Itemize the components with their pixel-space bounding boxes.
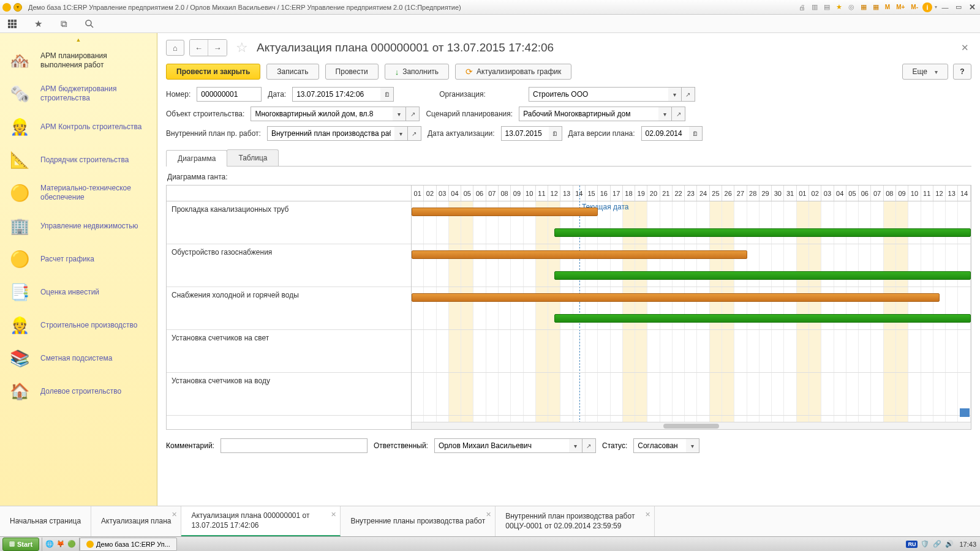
sidebar-item-1[interactable]: 🗞️АРМ бюджетирования строительства (0, 77, 157, 110)
tray-volume-icon[interactable]: 🔊 (944, 539, 954, 549)
start-button[interactable]: ⊞Start (2, 538, 39, 551)
date-input[interactable] (292, 87, 380, 102)
verdate-input[interactable] (641, 126, 689, 141)
verdate-picker-button[interactable]: 🗓 (689, 126, 703, 141)
doctab-0[interactable]: Начальная страница (0, 506, 91, 536)
update-chart-button[interactable]: ⟳Актуализировать график (455, 64, 571, 80)
sidebar-up-arrow[interactable]: ▲ (0, 37, 157, 44)
search-icon[interactable] (83, 18, 96, 30)
tb-star-icon[interactable]: ★ (834, 2, 844, 12)
object-open-button[interactable]: ↗ (406, 107, 420, 121)
sidebar-item-8[interactable]: 👷Строительное производство (0, 309, 157, 342)
lang-indicator[interactable]: RU (906, 541, 918, 548)
doctab-close[interactable]: ✕ (331, 510, 336, 519)
gantt-hscroll[interactable] (412, 422, 971, 429)
doctab-close[interactable]: ✕ (172, 510, 177, 519)
org-open-button[interactable]: ↗ (682, 87, 695, 102)
help-button[interactable]: ? (953, 64, 971, 80)
sidebar-item-5[interactable]: 🏢Управление недвижимостью (0, 209, 157, 242)
responsible-dd-button[interactable]: ▾ (569, 438, 582, 453)
sidebar-item-6[interactable]: 🟡Расчет графика (0, 242, 157, 276)
taskbar-app[interactable]: Демо база 1С:ERP Уп... (80, 538, 177, 551)
browser-ie-icon[interactable]: 🌐 (45, 539, 55, 549)
copy-icon[interactable]: ⧉ (58, 18, 70, 30)
org-dd-button[interactable]: ▾ (668, 87, 682, 102)
scenario-open-button[interactable]: ↗ (672, 107, 685, 121)
gantt-bar-plan[interactable] (412, 293, 940, 302)
tb-calc-icon[interactable]: ▦ (859, 2, 869, 12)
object-input[interactable] (251, 107, 393, 121)
gantt-row (412, 287, 971, 330)
actdate-picker-button[interactable]: 🗓 (549, 126, 562, 141)
minimize-button[interactable]: — (940, 3, 951, 12)
sidebar-item-3[interactable]: 📐Подрядчик строительства (0, 143, 157, 176)
object-dd-button[interactable]: ▾ (393, 107, 406, 121)
gantt-bar-plan[interactable] (412, 208, 598, 216)
scenario-input[interactable] (519, 107, 658, 121)
tb-clip-icon[interactable]: ▤ (822, 2, 832, 12)
sidebar-item-10[interactable]: 🏠Долевое строительство (0, 375, 157, 408)
doctab-2[interactable]: Актуализация плана 000000001 от 13.07.20… (181, 506, 341, 536)
apps-icon[interactable] (6, 18, 18, 30)
doctab-close[interactable]: ✕ (645, 510, 650, 519)
date-picker-button[interactable]: 🗓 (380, 87, 394, 102)
forward-button[interactable]: → (208, 40, 227, 56)
number-input[interactable] (197, 87, 262, 102)
responsible-open-button[interactable]: ↗ (582, 438, 596, 453)
gantt-bar-fact[interactable] (554, 314, 971, 323)
doctab-3[interactable]: Внутренние планы производства работ✕ (341, 506, 496, 536)
doctab-1[interactable]: Актуализация плана✕ (91, 506, 181, 536)
gantt-day-header: 08 (884, 186, 896, 201)
tray-network-icon[interactable]: 🔗 (932, 539, 942, 549)
info-icon[interactable]: i (922, 2, 932, 12)
status-dd-button[interactable]: ▾ (686, 438, 699, 453)
favorite-star[interactable]: ☆ (236, 40, 248, 56)
sidebar-item-2[interactable]: 👷АРМ Контроль строительства (0, 110, 157, 143)
back-button[interactable]: ← (190, 40, 208, 56)
org-input[interactable] (529, 87, 668, 102)
sidebar-item-7[interactable]: 📑Оценка инвестий (0, 276, 157, 309)
scenario-dd-button[interactable]: ▾ (658, 107, 672, 121)
m-button[interactable]: M (883, 4, 892, 10)
status-input[interactable] (633, 438, 686, 453)
tb-calendar-icon[interactable]: ▦ (871, 2, 881, 12)
gantt-bar-fact[interactable] (554, 271, 971, 280)
tab-table[interactable]: Таблица (227, 149, 279, 166)
innerplan-open-button[interactable]: ↗ (408, 126, 421, 141)
m-plus-button[interactable]: M+ (894, 4, 907, 10)
browser-chrome-icon[interactable]: 🟢 (67, 539, 77, 549)
m-minus-button[interactable]: M- (909, 4, 920, 10)
doctab-4[interactable]: Внутренний план производства работ 00ЦУ-… (496, 506, 655, 536)
gantt-bar-fact[interactable] (554, 228, 971, 237)
tb-target-icon[interactable]: ◎ (846, 2, 856, 12)
close-page-button[interactable]: ✕ (959, 40, 971, 56)
maximize-button[interactable]: ▭ (953, 3, 964, 12)
tray-shield-icon[interactable]: 🛡️ (920, 539, 930, 549)
sidebar-label: Материально-техническое обеспечение (40, 184, 145, 202)
doctab-label: Внутренний план производства работ 00ЦУ-… (505, 512, 644, 531)
tb-print-icon[interactable]: 🖨 (797, 2, 807, 12)
close-button[interactable]: ✕ (967, 3, 978, 12)
home-button[interactable]: ⌂ (166, 40, 184, 56)
submit-button[interactable]: Провести (325, 64, 379, 80)
sidebar-item-4[interactable]: 🟡Материально-техническое обеспечение (0, 176, 157, 209)
comment-input[interactable] (221, 438, 368, 453)
sidebar-item-0[interactable]: 🏘️АРМ планирования выполнения работ (0, 44, 157, 77)
favorite-icon[interactable]: ★ (32, 18, 44, 30)
document-tabs: Начальная страницаАктуализация плана✕Акт… (0, 506, 980, 536)
browser-ff-icon[interactable]: 🦊 (56, 539, 66, 549)
sidebar-item-9[interactable]: 📚Сметная подсистема (0, 342, 157, 375)
responsible-input[interactable] (434, 438, 569, 453)
save-button[interactable]: Записать (266, 64, 318, 80)
innerplan-input[interactable] (267, 126, 394, 141)
actdate-input[interactable] (501, 126, 549, 141)
doctab-close[interactable]: ✕ (486, 510, 491, 519)
submit-close-button[interactable]: Провести и закрыть (166, 64, 260, 80)
fill-button[interactable]: ↓Заполнить (385, 64, 449, 80)
more-button[interactable]: Еще (902, 64, 948, 80)
gantt-bar-plan[interactable] (412, 250, 747, 259)
app-menu-dropdown[interactable]: ▾ (13, 3, 22, 12)
innerplan-dd-button[interactable]: ▾ (394, 126, 408, 141)
tab-diagram[interactable]: Диаграмма (166, 150, 227, 167)
tb-doc-icon[interactable]: ▥ (810, 2, 820, 12)
